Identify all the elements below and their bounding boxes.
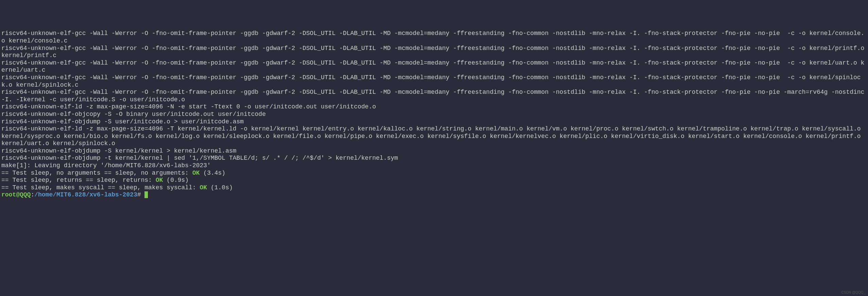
output-line: riscv64-unknown-elf-gcc -Wall -Werror -O…: [1, 45, 867, 59]
output-line: riscv64-unknown-elf-objdump -S user/init…: [1, 118, 867, 126]
test-prefix: == Test sleep, makes syscall == sleep, m…: [1, 184, 200, 191]
prompt-line[interactable]: root@QQQ:/home/MIT6.828/xv6-labs-2023#: [1, 191, 867, 199]
test-prefix: == Test sleep, returns == sleep, returns…: [1, 177, 156, 184]
output-line: riscv64-unknown-elf-ld -z max-page-size=…: [1, 125, 867, 147]
output-line: riscv64-unknown-elf-objcopy -S -O binary…: [1, 111, 867, 118]
test-status-ok: OK: [192, 170, 200, 176]
output-line: riscv64-unknown-elf-gcc -Wall -Werror -O…: [1, 30, 867, 45]
test-result-line: == Test sleep, makes syscall == sleep, m…: [1, 184, 867, 192]
output-line: make[1]: Leaving directory '/home/MIT6.8…: [1, 162, 867, 170]
output-line: riscv64-unknown-elf-gcc -Wall -Werror -O…: [1, 59, 867, 74]
output-line: riscv64-unknown-elf-ld -z max-page-size=…: [1, 103, 867, 111]
test-result-line: == Test sleep, returns == sleep, returns…: [1, 177, 867, 184]
test-suffix: (0.9s): [163, 177, 189, 184]
cursor-icon: [144, 191, 148, 198]
test-prefix: == Test sleep, no arguments == sleep, no…: [1, 170, 192, 176]
prompt-symbol: #: [137, 191, 141, 198]
test-suffix: (3.4s): [200, 170, 225, 176]
output-line: riscv64-unknown-elf-gcc -Wall -Werror -O…: [1, 89, 867, 103]
prompt-path: /home/MIT6.828/xv6-labs-2023: [34, 191, 137, 198]
test-status-ok: OK: [156, 177, 163, 184]
output-line: riscv64-unknown-elf-objdump -t kernel/ke…: [1, 155, 867, 162]
test-status-ok: OK: [200, 184, 207, 191]
terminal-output[interactable]: riscv64-unknown-elf-gcc -Wall -Werror -O…: [1, 30, 867, 199]
output-line: riscv64-unknown-elf-gcc -Wall -Werror -O…: [1, 74, 867, 89]
prompt-user-host: root@QQQ: [1, 191, 31, 198]
prompt-colon: :: [31, 191, 34, 198]
output-line: riscv64-unknown-elf-objdump -S kernel/ke…: [1, 147, 867, 155]
test-suffix: (1.0s): [207, 184, 233, 191]
test-result-line: == Test sleep, no arguments == sleep, no…: [1, 170, 867, 177]
